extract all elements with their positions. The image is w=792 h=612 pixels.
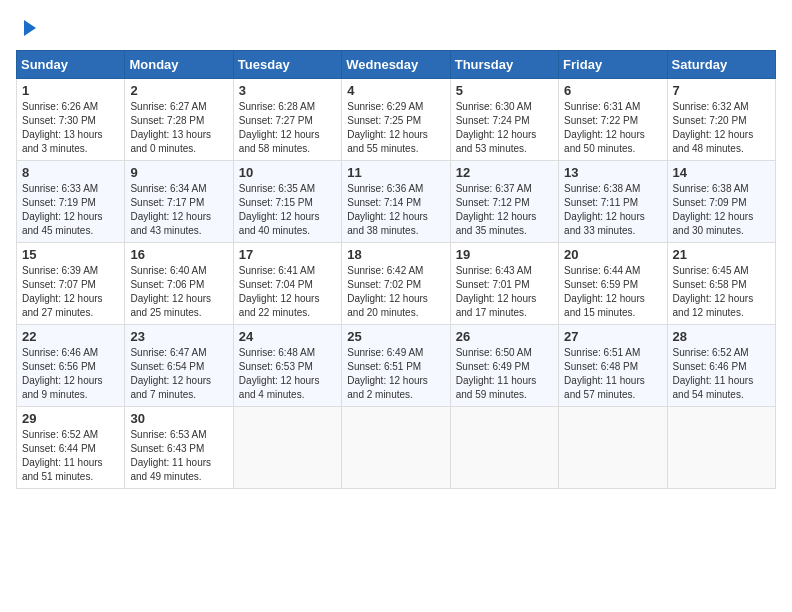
day-number: 11 xyxy=(347,165,444,180)
day-info: Sunrise: 6:52 AMSunset: 6:46 PMDaylight:… xyxy=(673,346,770,402)
day-info: Sunrise: 6:38 AMSunset: 7:09 PMDaylight:… xyxy=(673,182,770,238)
day-info: Sunrise: 6:53 AMSunset: 6:43 PMDaylight:… xyxy=(130,428,227,484)
day-number: 24 xyxy=(239,329,336,344)
day-number: 30 xyxy=(130,411,227,426)
calendar-week-row: 29Sunrise: 6:52 AMSunset: 6:44 PMDayligh… xyxy=(17,407,776,489)
calendar-cell xyxy=(450,407,558,489)
calendar-cell: 25Sunrise: 6:49 AMSunset: 6:51 PMDayligh… xyxy=(342,325,450,407)
calendar-cell: 23Sunrise: 6:47 AMSunset: 6:54 PMDayligh… xyxy=(125,325,233,407)
calendar-cell: 6Sunrise: 6:31 AMSunset: 7:22 PMDaylight… xyxy=(559,79,667,161)
logo-icon xyxy=(16,16,40,40)
calendar-week-row: 8Sunrise: 6:33 AMSunset: 7:19 PMDaylight… xyxy=(17,161,776,243)
calendar-cell: 10Sunrise: 6:35 AMSunset: 7:15 PMDayligh… xyxy=(233,161,341,243)
day-info: Sunrise: 6:33 AMSunset: 7:19 PMDaylight:… xyxy=(22,182,119,238)
day-info: Sunrise: 6:50 AMSunset: 6:49 PMDaylight:… xyxy=(456,346,553,402)
day-number: 8 xyxy=(22,165,119,180)
calendar-cell: 20Sunrise: 6:44 AMSunset: 6:59 PMDayligh… xyxy=(559,243,667,325)
day-number: 10 xyxy=(239,165,336,180)
calendar-cell: 30Sunrise: 6:53 AMSunset: 6:43 PMDayligh… xyxy=(125,407,233,489)
calendar-cell: 26Sunrise: 6:50 AMSunset: 6:49 PMDayligh… xyxy=(450,325,558,407)
weekday-header-sunday: Sunday xyxy=(17,51,125,79)
calendar-table: SundayMondayTuesdayWednesdayThursdayFrid… xyxy=(16,50,776,489)
calendar-header-row: SundayMondayTuesdayWednesdayThursdayFrid… xyxy=(17,51,776,79)
day-info: Sunrise: 6:31 AMSunset: 7:22 PMDaylight:… xyxy=(564,100,661,156)
day-info: Sunrise: 6:26 AMSunset: 7:30 PMDaylight:… xyxy=(22,100,119,156)
logo xyxy=(16,16,44,40)
calendar-cell: 29Sunrise: 6:52 AMSunset: 6:44 PMDayligh… xyxy=(17,407,125,489)
day-number: 19 xyxy=(456,247,553,262)
calendar-cell: 1Sunrise: 6:26 AMSunset: 7:30 PMDaylight… xyxy=(17,79,125,161)
day-info: Sunrise: 6:45 AMSunset: 6:58 PMDaylight:… xyxy=(673,264,770,320)
day-number: 3 xyxy=(239,83,336,98)
calendar-cell xyxy=(667,407,775,489)
day-number: 2 xyxy=(130,83,227,98)
day-info: Sunrise: 6:39 AMSunset: 7:07 PMDaylight:… xyxy=(22,264,119,320)
calendar-cell: 13Sunrise: 6:38 AMSunset: 7:11 PMDayligh… xyxy=(559,161,667,243)
day-number: 9 xyxy=(130,165,227,180)
day-info: Sunrise: 6:43 AMSunset: 7:01 PMDaylight:… xyxy=(456,264,553,320)
weekday-header-thursday: Thursday xyxy=(450,51,558,79)
calendar-cell: 7Sunrise: 6:32 AMSunset: 7:20 PMDaylight… xyxy=(667,79,775,161)
day-info: Sunrise: 6:32 AMSunset: 7:20 PMDaylight:… xyxy=(673,100,770,156)
day-number: 25 xyxy=(347,329,444,344)
day-info: Sunrise: 6:30 AMSunset: 7:24 PMDaylight:… xyxy=(456,100,553,156)
calendar-cell xyxy=(559,407,667,489)
day-number: 7 xyxy=(673,83,770,98)
calendar-cell xyxy=(342,407,450,489)
day-number: 21 xyxy=(673,247,770,262)
day-number: 22 xyxy=(22,329,119,344)
calendar-cell xyxy=(233,407,341,489)
svg-marker-0 xyxy=(24,20,36,36)
calendar-week-row: 15Sunrise: 6:39 AMSunset: 7:07 PMDayligh… xyxy=(17,243,776,325)
day-number: 29 xyxy=(22,411,119,426)
day-info: Sunrise: 6:40 AMSunset: 7:06 PMDaylight:… xyxy=(130,264,227,320)
day-info: Sunrise: 6:46 AMSunset: 6:56 PMDaylight:… xyxy=(22,346,119,402)
day-number: 15 xyxy=(22,247,119,262)
day-number: 1 xyxy=(22,83,119,98)
calendar-cell: 17Sunrise: 6:41 AMSunset: 7:04 PMDayligh… xyxy=(233,243,341,325)
calendar-cell: 22Sunrise: 6:46 AMSunset: 6:56 PMDayligh… xyxy=(17,325,125,407)
calendar-cell: 15Sunrise: 6:39 AMSunset: 7:07 PMDayligh… xyxy=(17,243,125,325)
calendar-week-row: 22Sunrise: 6:46 AMSunset: 6:56 PMDayligh… xyxy=(17,325,776,407)
calendar-cell: 19Sunrise: 6:43 AMSunset: 7:01 PMDayligh… xyxy=(450,243,558,325)
day-info: Sunrise: 6:48 AMSunset: 6:53 PMDaylight:… xyxy=(239,346,336,402)
calendar-cell: 5Sunrise: 6:30 AMSunset: 7:24 PMDaylight… xyxy=(450,79,558,161)
calendar-cell: 18Sunrise: 6:42 AMSunset: 7:02 PMDayligh… xyxy=(342,243,450,325)
day-info: Sunrise: 6:34 AMSunset: 7:17 PMDaylight:… xyxy=(130,182,227,238)
calendar-cell: 9Sunrise: 6:34 AMSunset: 7:17 PMDaylight… xyxy=(125,161,233,243)
calendar-cell: 24Sunrise: 6:48 AMSunset: 6:53 PMDayligh… xyxy=(233,325,341,407)
day-number: 20 xyxy=(564,247,661,262)
calendar-cell: 11Sunrise: 6:36 AMSunset: 7:14 PMDayligh… xyxy=(342,161,450,243)
calendar-cell: 4Sunrise: 6:29 AMSunset: 7:25 PMDaylight… xyxy=(342,79,450,161)
calendar-week-row: 1Sunrise: 6:26 AMSunset: 7:30 PMDaylight… xyxy=(17,79,776,161)
day-info: Sunrise: 6:36 AMSunset: 7:14 PMDaylight:… xyxy=(347,182,444,238)
day-number: 23 xyxy=(130,329,227,344)
day-info: Sunrise: 6:41 AMSunset: 7:04 PMDaylight:… xyxy=(239,264,336,320)
calendar-cell: 16Sunrise: 6:40 AMSunset: 7:06 PMDayligh… xyxy=(125,243,233,325)
calendar-cell: 3Sunrise: 6:28 AMSunset: 7:27 PMDaylight… xyxy=(233,79,341,161)
day-number: 5 xyxy=(456,83,553,98)
calendar-cell: 14Sunrise: 6:38 AMSunset: 7:09 PMDayligh… xyxy=(667,161,775,243)
day-number: 4 xyxy=(347,83,444,98)
calendar-cell: 21Sunrise: 6:45 AMSunset: 6:58 PMDayligh… xyxy=(667,243,775,325)
day-number: 16 xyxy=(130,247,227,262)
day-number: 14 xyxy=(673,165,770,180)
page-header xyxy=(16,16,776,40)
calendar-cell: 27Sunrise: 6:51 AMSunset: 6:48 PMDayligh… xyxy=(559,325,667,407)
weekday-header-wednesday: Wednesday xyxy=(342,51,450,79)
day-info: Sunrise: 6:49 AMSunset: 6:51 PMDaylight:… xyxy=(347,346,444,402)
day-info: Sunrise: 6:38 AMSunset: 7:11 PMDaylight:… xyxy=(564,182,661,238)
calendar-cell: 12Sunrise: 6:37 AMSunset: 7:12 PMDayligh… xyxy=(450,161,558,243)
day-number: 26 xyxy=(456,329,553,344)
day-info: Sunrise: 6:47 AMSunset: 6:54 PMDaylight:… xyxy=(130,346,227,402)
day-number: 12 xyxy=(456,165,553,180)
calendar-cell: 2Sunrise: 6:27 AMSunset: 7:28 PMDaylight… xyxy=(125,79,233,161)
day-info: Sunrise: 6:44 AMSunset: 6:59 PMDaylight:… xyxy=(564,264,661,320)
day-info: Sunrise: 6:29 AMSunset: 7:25 PMDaylight:… xyxy=(347,100,444,156)
day-number: 6 xyxy=(564,83,661,98)
weekday-header-tuesday: Tuesday xyxy=(233,51,341,79)
day-number: 27 xyxy=(564,329,661,344)
day-info: Sunrise: 6:35 AMSunset: 7:15 PMDaylight:… xyxy=(239,182,336,238)
weekday-header-friday: Friday xyxy=(559,51,667,79)
day-info: Sunrise: 6:28 AMSunset: 7:27 PMDaylight:… xyxy=(239,100,336,156)
